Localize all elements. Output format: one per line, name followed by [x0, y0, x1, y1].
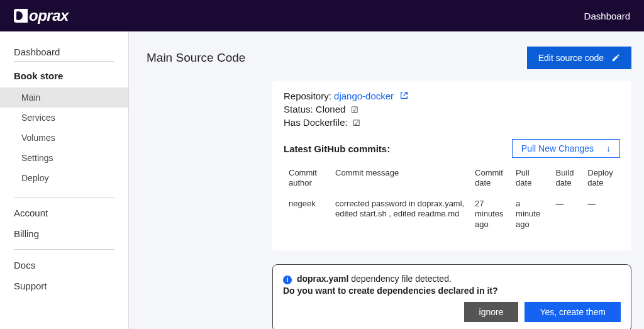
th-build-date: Build date: [551, 164, 583, 192]
sidebar-item-deploy[interactable]: Deploy: [0, 168, 128, 188]
page-title: Main Source Code: [147, 51, 245, 65]
th-author: Commit author: [284, 164, 330, 192]
sidebar-billing[interactable]: Billing: [14, 223, 114, 244]
repo-link[interactable]: django-docker: [334, 91, 394, 101]
external-link-icon[interactable]: [400, 92, 408, 101]
alert-filename: doprax.yaml: [297, 274, 348, 284]
sidebar-item-services[interactable]: Services: [0, 108, 128, 128]
sidebar-app-items: Main Services Volumes Settings Deploy: [0, 87, 128, 188]
cell-deploy-date: —: [582, 192, 620, 237]
sidebar-item-main[interactable]: Main: [0, 87, 128, 108]
edit-button-label: Edit source code: [538, 53, 604, 63]
check-icon: ☑: [353, 118, 360, 128]
alert-detected: dependency file detected.: [348, 274, 451, 284]
check-icon: ☑: [351, 105, 358, 114]
commits-table: Commit author Commit message Commit date…: [284, 164, 620, 237]
cell-message: corrected password in doprax.yaml, edite…: [330, 192, 470, 237]
th-commit-date: Commit date: [470, 164, 511, 192]
brand-text: oprax: [29, 7, 69, 25]
sidebar-item-volumes[interactable]: Volumes: [0, 128, 128, 148]
docker-label: Has Dockerfile:: [284, 117, 348, 128]
pull-button-label: Pull New Changes: [521, 143, 594, 153]
sidebar-item-settings[interactable]: Settings: [0, 148, 128, 168]
sidebar-account[interactable]: Account: [14, 203, 114, 223]
repo-line: Repository: django-docker: [284, 91, 620, 101]
sidebar-app-name[interactable]: Book store: [14, 68, 114, 84]
docker-line: Has Dockerfile: ☑: [284, 117, 620, 128]
download-icon: ↓: [606, 143, 611, 153]
table-row: negeek corrected password in doprax.yaml…: [284, 192, 620, 237]
th-pull-date: Pull date: [511, 164, 550, 192]
repo-card: Repository: django-docker Status: Cloned…: [272, 81, 631, 250]
alert-question: Do you want to create dependencies decla…: [283, 286, 621, 296]
cell-pull-date: a minute ago: [511, 192, 550, 237]
brand-logo[interactable]: oprax: [14, 7, 69, 25]
status-label: Status:: [284, 104, 316, 114]
table-header-row: Commit author Commit message Commit date…: [284, 164, 620, 192]
cell-author: negeek: [284, 192, 330, 237]
main-content: Main Source Code Edit source code Reposi…: [129, 31, 644, 329]
sidebar: Dashboard Book store Main Services Volum…: [0, 31, 129, 329]
status-line: Status: Cloned ☑: [284, 104, 620, 114]
sidebar-support[interactable]: Support: [14, 276, 114, 296]
logo-d-icon: [14, 9, 28, 23]
edit-source-code-button[interactable]: Edit source code: [527, 47, 631, 69]
pencil-icon: [611, 53, 620, 62]
th-message: Commit message: [330, 164, 470, 192]
topbar: oprax Dashboard: [0, 0, 644, 31]
sidebar-dashboard[interactable]: Dashboard: [14, 43, 114, 62]
cell-commit-date: 27 minutes ago: [470, 192, 511, 237]
sidebar-docs[interactable]: Docs: [14, 255, 114, 276]
th-deploy-date: Deploy date: [582, 164, 620, 192]
info-icon: i: [283, 276, 292, 284]
repo-label: Repository:: [284, 91, 334, 101]
topnav-dashboard[interactable]: Dashboard: [584, 11, 630, 21]
dependency-alert: i doprax.yaml dependency file detected. …: [272, 264, 631, 329]
create-dependencies-button[interactable]: Yes, create them: [525, 302, 621, 322]
pull-new-changes-button[interactable]: Pull New Changes ↓: [512, 139, 620, 158]
ignore-button[interactable]: ignore: [464, 302, 519, 322]
status-value: Cloned: [316, 104, 346, 114]
cell-build-date: —: [551, 192, 583, 237]
commits-title: Latest GitHub commits:: [284, 143, 390, 154]
